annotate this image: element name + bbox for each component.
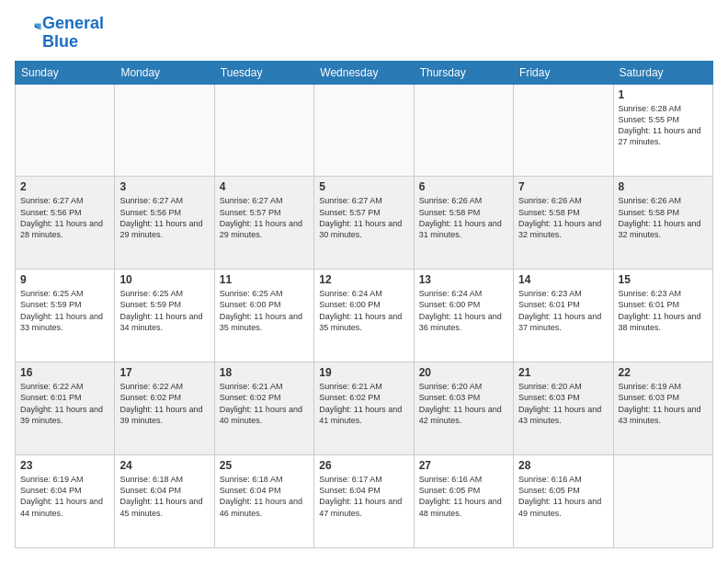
calendar-cell: 28Sunrise: 6:16 AM Sunset: 6:05 PM Dayli… — [514, 455, 613, 548]
day-number: 23 — [20, 459, 109, 472]
day-number: 28 — [518, 459, 608, 472]
col-saturday: Saturday — [613, 61, 712, 84]
day-info: Sunrise: 6:27 AM Sunset: 5:56 PM Dayligh… — [119, 195, 209, 240]
calendar-cell — [613, 455, 712, 548]
logo-text: General Blue — [42, 15, 104, 52]
day-number: 16 — [20, 366, 109, 379]
day-number: 6 — [419, 180, 508, 193]
day-number: 17 — [119, 366, 209, 379]
calendar-cell — [514, 84, 613, 177]
calendar-cell — [214, 84, 313, 177]
day-number: 9 — [20, 273, 109, 286]
day-info: Sunrise: 6:25 AM Sunset: 6:00 PM Dayligh… — [220, 288, 309, 333]
day-number: 27 — [419, 459, 508, 472]
logo-icon — [17, 18, 42, 44]
calendar-cell: 18Sunrise: 6:21 AM Sunset: 6:02 PM Dayli… — [214, 362, 313, 455]
calendar-cell: 16Sunrise: 6:22 AM Sunset: 6:01 PM Dayli… — [16, 362, 115, 455]
calendar-cell: 2Sunrise: 6:27 AM Sunset: 5:56 PM Daylig… — [16, 177, 115, 270]
day-info: Sunrise: 6:27 AM Sunset: 5:56 PM Dayligh… — [20, 195, 109, 240]
day-number: 13 — [419, 273, 508, 286]
day-info: Sunrise: 6:21 AM Sunset: 6:02 PM Dayligh… — [319, 381, 408, 426]
day-info: Sunrise: 6:27 AM Sunset: 5:57 PM Dayligh… — [319, 195, 408, 240]
day-info: Sunrise: 6:19 AM Sunset: 6:04 PM Dayligh… — [20, 474, 109, 519]
calendar-cell: 10Sunrise: 6:25 AM Sunset: 5:59 PM Dayli… — [115, 270, 214, 362]
calendar-cell — [414, 84, 513, 177]
day-number: 2 — [20, 180, 109, 193]
day-number: 12 — [319, 273, 408, 286]
calendar-cell: 26Sunrise: 6:17 AM Sunset: 6:04 PM Dayli… — [314, 455, 414, 548]
day-info: Sunrise: 6:26 AM Sunset: 5:58 PM Dayligh… — [419, 195, 508, 240]
day-number: 5 — [319, 180, 408, 193]
header: General Blue — [15, 15, 713, 52]
col-thursday: Thursday — [414, 61, 513, 84]
day-info: Sunrise: 6:27 AM Sunset: 5:57 PM Dayligh… — [220, 195, 309, 240]
col-monday: Monday — [115, 61, 214, 84]
day-info: Sunrise: 6:24 AM Sunset: 6:00 PM Dayligh… — [419, 288, 508, 333]
calendar-header-row: Sunday Monday Tuesday Wednesday Thursday… — [16, 61, 713, 84]
day-info: Sunrise: 6:25 AM Sunset: 5:59 PM Dayligh… — [119, 288, 209, 333]
day-number: 4 — [220, 180, 309, 193]
calendar-cell: 19Sunrise: 6:21 AM Sunset: 6:02 PM Dayli… — [314, 362, 414, 455]
day-info: Sunrise: 6:17 AM Sunset: 6:04 PM Dayligh… — [319, 474, 408, 519]
day-number: 7 — [518, 180, 608, 193]
day-info: Sunrise: 6:26 AM Sunset: 5:58 PM Dayligh… — [619, 195, 708, 240]
calendar-cell: 24Sunrise: 6:18 AM Sunset: 6:04 PM Dayli… — [115, 455, 214, 548]
day-info: Sunrise: 6:23 AM Sunset: 6:01 PM Dayligh… — [518, 288, 608, 333]
day-info: Sunrise: 6:20 AM Sunset: 6:03 PM Dayligh… — [419, 381, 508, 426]
calendar-cell — [314, 84, 414, 177]
logo: General Blue — [15, 15, 104, 52]
day-number: 15 — [619, 273, 708, 286]
calendar-cell: 27Sunrise: 6:16 AM Sunset: 6:05 PM Dayli… — [414, 455, 513, 548]
day-number: 18 — [220, 366, 309, 379]
day-number: 22 — [619, 366, 708, 379]
day-info: Sunrise: 6:16 AM Sunset: 6:05 PM Dayligh… — [518, 474, 608, 519]
day-number: 10 — [119, 273, 209, 286]
calendar-cell: 25Sunrise: 6:18 AM Sunset: 6:04 PM Dayli… — [214, 455, 313, 548]
col-tuesday: Tuesday — [214, 61, 313, 84]
day-info: Sunrise: 6:19 AM Sunset: 6:03 PM Dayligh… — [619, 381, 708, 426]
day-info: Sunrise: 6:21 AM Sunset: 6:02 PM Dayligh… — [220, 381, 309, 426]
day-info: Sunrise: 6:22 AM Sunset: 6:01 PM Dayligh… — [20, 381, 109, 426]
calendar-cell: 23Sunrise: 6:19 AM Sunset: 6:04 PM Dayli… — [16, 455, 115, 548]
calendar-cell: 13Sunrise: 6:24 AM Sunset: 6:00 PM Dayli… — [414, 270, 513, 362]
day-info: Sunrise: 6:18 AM Sunset: 6:04 PM Dayligh… — [119, 474, 209, 519]
day-info: Sunrise: 6:18 AM Sunset: 6:04 PM Dayligh… — [220, 474, 309, 519]
calendar-cell: 7Sunrise: 6:26 AM Sunset: 5:58 PM Daylig… — [514, 177, 613, 270]
calendar-cell: 21Sunrise: 6:20 AM Sunset: 6:03 PM Dayli… — [514, 362, 613, 455]
col-sunday: Sunday — [16, 61, 115, 84]
calendar-table: Sunday Monday Tuesday Wednesday Thursday… — [15, 61, 713, 548]
calendar-cell — [115, 84, 214, 177]
calendar-cell: 6Sunrise: 6:26 AM Sunset: 5:58 PM Daylig… — [414, 177, 513, 270]
day-info: Sunrise: 6:28 AM Sunset: 5:55 PM Dayligh… — [619, 103, 708, 148]
calendar-cell: 5Sunrise: 6:27 AM Sunset: 5:57 PM Daylig… — [314, 177, 414, 270]
day-number: 8 — [619, 180, 708, 193]
day-number: 14 — [518, 273, 608, 286]
day-number: 21 — [518, 366, 608, 379]
day-info: Sunrise: 6:23 AM Sunset: 6:01 PM Dayligh… — [619, 288, 708, 333]
calendar-cell: 9Sunrise: 6:25 AM Sunset: 5:59 PM Daylig… — [16, 270, 115, 362]
day-number: 3 — [119, 180, 209, 193]
page: General Blue Sunday Monday Tuesday Wedne… — [0, 0, 728, 563]
day-number: 11 — [220, 273, 309, 286]
day-number: 20 — [419, 366, 508, 379]
day-number: 19 — [319, 366, 408, 379]
calendar-cell: 14Sunrise: 6:23 AM Sunset: 6:01 PM Dayli… — [514, 270, 613, 362]
calendar-cell: 3Sunrise: 6:27 AM Sunset: 5:56 PM Daylig… — [115, 177, 214, 270]
day-number: 26 — [319, 459, 408, 472]
calendar-cell: 8Sunrise: 6:26 AM Sunset: 5:58 PM Daylig… — [613, 177, 712, 270]
calendar-cell: 15Sunrise: 6:23 AM Sunset: 6:01 PM Dayli… — [613, 270, 712, 362]
day-number: 1 — [619, 88, 708, 101]
calendar-cell — [16, 84, 115, 177]
day-info: Sunrise: 6:25 AM Sunset: 5:59 PM Dayligh… — [20, 288, 109, 333]
calendar-cell: 1Sunrise: 6:28 AM Sunset: 5:55 PM Daylig… — [613, 84, 712, 177]
calendar-cell: 17Sunrise: 6:22 AM Sunset: 6:02 PM Dayli… — [115, 362, 214, 455]
day-info: Sunrise: 6:26 AM Sunset: 5:58 PM Dayligh… — [518, 195, 608, 240]
calendar-cell: 22Sunrise: 6:19 AM Sunset: 6:03 PM Dayli… — [613, 362, 712, 455]
day-info: Sunrise: 6:20 AM Sunset: 6:03 PM Dayligh… — [518, 381, 608, 426]
day-number: 25 — [220, 459, 309, 472]
day-info: Sunrise: 6:16 AM Sunset: 6:05 PM Dayligh… — [419, 474, 508, 519]
day-info: Sunrise: 6:22 AM Sunset: 6:02 PM Dayligh… — [119, 381, 209, 426]
col-wednesday: Wednesday — [314, 61, 414, 84]
calendar-cell: 12Sunrise: 6:24 AM Sunset: 6:00 PM Dayli… — [314, 270, 414, 362]
calendar-cell: 4Sunrise: 6:27 AM Sunset: 5:57 PM Daylig… — [214, 177, 313, 270]
